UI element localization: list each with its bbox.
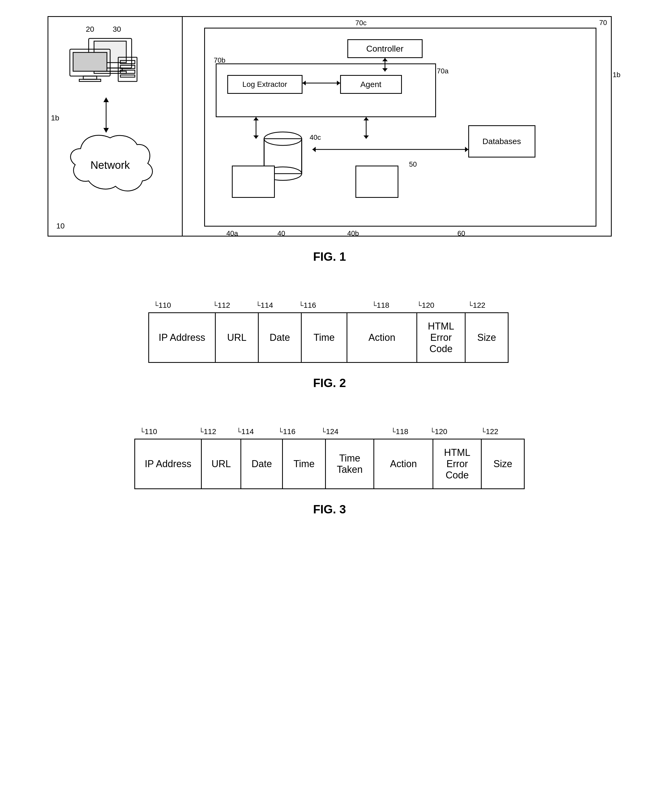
fig2-refs-row: └110 └112 └114 └116 └118 └120 └122: [148, 301, 511, 310]
svg-marker-19: [382, 58, 388, 61]
col-url-fig2: URL: [215, 313, 258, 363]
ref-10: 10: [57, 222, 65, 231]
ref-70c: 70c: [355, 19, 367, 27]
svg-marker-35: [465, 147, 468, 152]
fig2-table-wrapper: └110 └112 └114 └116 └118 └120 └122 I: [148, 301, 511, 363]
ref-40c: 40c: [310, 133, 321, 142]
col-ip-address-fig2: IP Address: [148, 313, 215, 363]
ref-70a: 70a: [437, 67, 448, 75]
col-ip-address-fig3: IP Address: [135, 439, 201, 489]
ref-70b: 70b: [214, 56, 225, 65]
ref-50: 50: [409, 160, 417, 169]
svg-text:Network: Network: [90, 159, 130, 171]
col-action-fig2: Action: [347, 313, 417, 363]
col-action-fig3: Action: [374, 439, 433, 489]
svg-marker-21: [337, 81, 340, 85]
box-70b: Log Extractor Agent 70b 70a: [216, 63, 436, 117]
col-html-fig3: HTML Error Code: [433, 439, 481, 489]
ref-40b-label: 40b: [347, 229, 359, 238]
col-date-fig3: Date: [241, 439, 283, 489]
col-size-fig2: Size: [465, 313, 508, 363]
svg-rect-5: [73, 52, 107, 71]
col-html-fig2: HTML Error Code: [417, 313, 465, 363]
ref-70: 70: [599, 19, 607, 27]
fig2-section: └110 └112 └114 └116 └118 └120 └122 I: [22, 301, 637, 406]
col-timetaken-fig3: Time Taken: [326, 439, 374, 489]
fig3-section: └110 └112 └114 └116 └124 └118 └120 └122: [22, 427, 637, 532]
svg-marker-22: [303, 81, 306, 85]
svg-rect-12: [120, 75, 135, 77]
ref-1b-left: 1b: [51, 114, 59, 122]
col-size-fig3: Size: [481, 439, 524, 489]
col-time-fig2: Time: [301, 313, 347, 363]
right-side: Controller Log Extractor Agent: [183, 17, 613, 236]
svg-marker-24: [253, 136, 259, 139]
fig3-refs-row: └110 └112 └114 └116 └124 └118 └120 └122: [134, 427, 525, 436]
fig1-section: 20 30: [22, 16, 637, 280]
network-cloud: Network: [65, 130, 156, 205]
svg-marker-25: [253, 117, 259, 120]
col-date-fig2: Date: [258, 313, 301, 363]
fig2-caption: FIG. 2: [313, 376, 346, 390]
svg-rect-7: [79, 79, 101, 81]
svg-marker-36: [312, 147, 316, 152]
ref-20: 20: [86, 25, 94, 33]
ref-40a-label: 40a: [227, 229, 238, 238]
agent-box: Agent: [340, 75, 402, 94]
ref-1b-right: 1b: [613, 71, 621, 79]
databases-box: Databases: [468, 125, 535, 158]
ref-30: 30: [113, 25, 121, 33]
fig3-table-wrapper: └110 └112 └114 └116 └124 └118 └120 └122: [134, 427, 525, 489]
arrow-vertical: [98, 96, 114, 134]
svg-marker-14: [103, 97, 109, 102]
left-side: 20 30: [48, 17, 183, 236]
svg-marker-27: [364, 136, 369, 139]
fig1-diagram: 20 30: [47, 16, 612, 237]
controller-box: Controller: [347, 39, 423, 58]
ref-60-label: 60: [457, 229, 465, 238]
fig2-table: IP Address URL Date Time Action HTML Err…: [148, 312, 509, 363]
computer-area: [65, 33, 145, 92]
fig3-table: IP Address URL Date Time Time Taken Acti…: [134, 439, 525, 489]
svg-rect-6: [83, 76, 97, 79]
col-time-fig3: Time: [283, 439, 326, 489]
ref-40-label: 40: [277, 229, 285, 238]
fig3-caption: FIG. 3: [313, 502, 346, 516]
fig1-caption: FIG. 1: [313, 250, 346, 264]
col-url-fig3: URL: [202, 439, 241, 489]
log-extractor-box: Log Extractor: [227, 75, 303, 94]
box-40b: [355, 166, 399, 198]
box-40a: [232, 166, 275, 198]
svg-marker-28: [364, 117, 369, 120]
box-70: Controller Log Extractor Agent: [204, 28, 596, 227]
